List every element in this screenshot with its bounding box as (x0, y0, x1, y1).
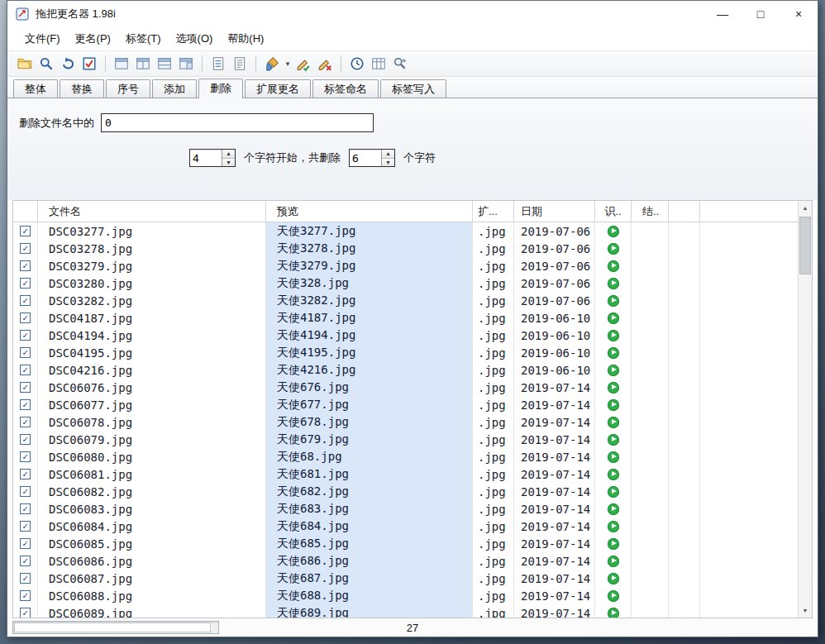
row-checkbox[interactable] (20, 382, 31, 393)
table-row[interactable]: DSC06089.jpg天使689.jpg.jpg2019-07-14 (13, 604, 798, 618)
menu-options[interactable]: 选项(O) (169, 28, 221, 50)
table-row[interactable]: DSC06087.jpg天使687.jpg.jpg2019-07-14 (13, 570, 798, 587)
pane-view-4-icon[interactable] (175, 53, 197, 74)
tab-tag-name[interactable]: 标签命名 (312, 79, 379, 98)
table-row[interactable]: DSC06080.jpg天使68.jpg.jpg2019-07-14 (13, 448, 798, 465)
table-row[interactable]: DSC06082.jpg天使682.jpg.jpg2019-07-14 (13, 483, 798, 500)
undo-icon[interactable] (57, 53, 79, 74)
search-icon[interactable] (36, 53, 57, 74)
row-checkbox[interactable] (20, 295, 31, 306)
menu-tags[interactable]: 标签(T) (118, 28, 169, 50)
header-status[interactable]: 识.. (595, 201, 632, 222)
table-row[interactable]: DSC03280.jpg天使328.jpg.jpg2019-07-06 (13, 274, 798, 292)
spin-down-icon[interactable] (222, 159, 235, 167)
table-row[interactable]: DSC06081.jpg天使681.jpg.jpg2019-07-14 (13, 465, 798, 483)
row-checkbox[interactable] (20, 469, 31, 479)
table-row[interactable]: DSC06084.jpg天使684.jpg.jpg2019-07-14 (13, 518, 798, 535)
table-row[interactable]: DSC06083.jpg天使683.jpg.jpg2019-07-14 (13, 500, 798, 518)
scroll-up-icon[interactable] (799, 201, 812, 215)
delete-chars-input[interactable] (101, 113, 374, 132)
scroll-down-icon[interactable] (799, 603, 812, 618)
table-row[interactable]: DSC06086.jpg天使686.jpg.jpg2019-07-14 (13, 552, 798, 570)
menu-rename[interactable]: 更名(P) (68, 28, 118, 50)
open-files-icon[interactable] (14, 53, 36, 74)
file-list-2-icon[interactable] (229, 53, 250, 74)
table-row[interactable]: DSC03278.jpg天使3278.jpg.jpg2019-07-06 (13, 240, 798, 257)
header-result[interactable]: 结.. (632, 201, 669, 222)
spin-down-icon[interactable] (382, 159, 394, 167)
row-checkbox[interactable] (20, 226, 31, 236)
row-checkbox[interactable] (20, 503, 31, 514)
row-checkbox[interactable] (20, 278, 31, 289)
delete-count-input[interactable] (350, 150, 381, 166)
horizontal-scrollbar-thumb[interactable] (14, 623, 211, 632)
menu-help[interactable]: 帮助(H) (220, 28, 271, 50)
tab-replace[interactable]: 替换 (60, 79, 104, 98)
pane-view-2-icon[interactable] (132, 53, 154, 74)
horizontal-scrollbar[interactable] (12, 621, 219, 634)
row-checkbox[interactable] (20, 608, 31, 618)
pane-view-1-icon[interactable] (111, 53, 132, 74)
table-row[interactable]: DSC06088.jpg天使688.jpg.jpg2019-07-14 (13, 587, 798, 604)
close-button[interactable]: × (780, 1, 818, 27)
table-row[interactable]: DSC06079.jpg天使679.jpg.jpg2019-07-14 (13, 431, 798, 448)
vertical-scrollbar[interactable] (798, 201, 812, 618)
spin-up-icon[interactable] (222, 150, 235, 159)
header-checkbox-column[interactable] (13, 201, 38, 222)
tab-whole[interactable]: 整体 (13, 79, 58, 98)
table-row[interactable]: DSC06077.jpg天使677.jpg.jpg2019-07-14 (13, 396, 798, 413)
row-checkbox[interactable] (20, 399, 31, 410)
row-checkbox[interactable] (20, 434, 31, 445)
row-checkbox[interactable] (20, 556, 31, 566)
start-position-spinner[interactable] (189, 149, 236, 167)
table-row[interactable]: DSC04195.jpg天使4195.jpg.jpg2019-06-10 (13, 344, 798, 361)
pane-view-3-icon[interactable] (154, 53, 175, 74)
tab-number[interactable]: 序号 (106, 79, 150, 98)
tab-add[interactable]: 添加 (152, 79, 197, 98)
brush-icon[interactable] (261, 53, 283, 74)
table-row[interactable]: DSC04194.jpg天使4194.jpg.jpg2019-06-10 (13, 327, 798, 344)
tab-tag-write[interactable]: 标签写入 (380, 79, 446, 98)
tab-ext-rename[interactable]: 扩展更名 (245, 79, 311, 98)
table-row[interactable]: DSC06085.jpg天使685.jpg.jpg2019-07-14 (13, 535, 798, 552)
row-checkbox[interactable] (20, 365, 31, 375)
table-row[interactable]: DSC03279.jpg天使3279.jpg.jpg2019-07-06 (13, 257, 798, 274)
row-checkbox[interactable] (20, 347, 31, 358)
inspect-tools-icon[interactable] (389, 53, 411, 74)
row-checkbox[interactable] (20, 486, 31, 497)
brush-dropdown-icon[interactable] (283, 53, 293, 74)
table-row[interactable]: DSC04187.jpg天使4187.jpg.jpg2019-06-10 (13, 309, 798, 327)
row-checkbox[interactable] (20, 312, 31, 323)
row-checkbox[interactable] (20, 417, 31, 427)
titlebar[interactable]: 拖把更名器 1.98i — □ × (7, 1, 818, 27)
minimize-button[interactable]: — (703, 1, 742, 27)
grid-view-icon[interactable] (368, 53, 389, 74)
header-extension[interactable]: 扩... (473, 201, 514, 222)
row-checkbox[interactable] (20, 451, 31, 462)
start-position-input[interactable] (190, 150, 222, 166)
history-clock-icon[interactable] (346, 53, 368, 74)
header-preview[interactable]: 预览 (266, 201, 473, 222)
table-row[interactable]: DSC06076.jpg天使676.jpg.jpg2019-07-14 (13, 379, 798, 396)
row-checkbox[interactable] (20, 573, 31, 584)
file-list-1-icon[interactable] (207, 53, 229, 74)
table-row[interactable]: DSC04216.jpg天使4216.jpg.jpg2019-06-10 (13, 361, 798, 379)
tab-delete[interactable]: 删除 (198, 79, 243, 98)
table-row[interactable]: DSC06078.jpg天使678.jpg.jpg2019-07-14 (13, 413, 798, 431)
table-row[interactable]: DSC03282.jpg天使3282.jpg.jpg2019-07-06 (13, 292, 798, 309)
delete-count-spinner[interactable] (349, 149, 395, 167)
row-checkbox[interactable] (20, 330, 31, 341)
row-checkbox[interactable] (20, 260, 31, 271)
rename-cancel-icon[interactable] (314, 53, 336, 74)
maximize-button[interactable]: □ (742, 1, 780, 27)
header-filename[interactable]: 文件名 (38, 201, 266, 222)
rename-apply-icon[interactable] (293, 53, 314, 74)
spin-up-icon[interactable] (382, 150, 394, 159)
menu-file[interactable]: 文件(F) (17, 28, 68, 50)
row-checkbox[interactable] (20, 590, 31, 601)
table-row[interactable]: DSC03277.jpg天使3277.jpg.jpg2019-07-06 (13, 222, 798, 240)
row-checkbox[interactable] (20, 243, 31, 254)
row-checkbox[interactable] (20, 521, 31, 532)
scrollbar-thumb[interactable] (799, 217, 811, 274)
row-checkbox[interactable] (20, 538, 31, 549)
